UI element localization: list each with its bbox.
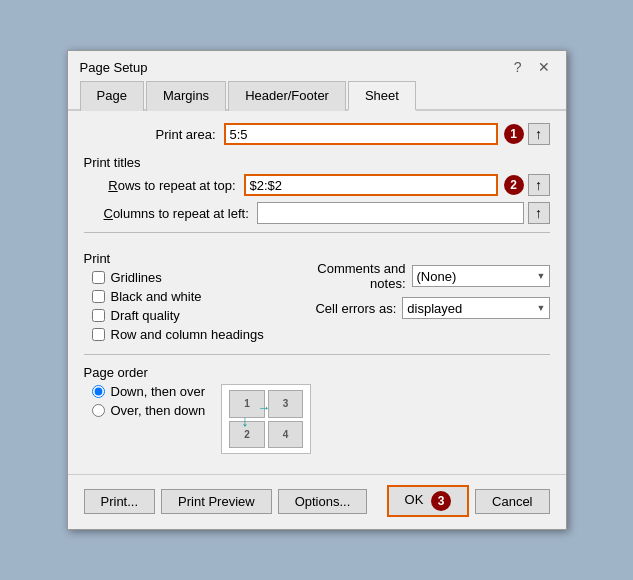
black-white-checkbox[interactable] [92, 290, 105, 303]
print-section: Print Gridlines Black and white Draft qu… [84, 241, 550, 346]
print-area-row: Print area: 1 ↑ [84, 123, 550, 145]
page-order-content: Down, then over Over, then down 1 3 2 [84, 384, 550, 454]
row-col-headings-checkbox[interactable] [92, 328, 105, 341]
rows-repeat-input[interactable] [244, 174, 498, 196]
comments-select-wrap: (None) At end of sheet As displayed on s… [412, 265, 550, 287]
badge-2: 2 [504, 175, 524, 195]
tab-sheet[interactable]: Sheet [348, 81, 416, 111]
print-section-label: Print [84, 251, 275, 266]
cols-repeat-row: Columns to repeat at left: ↑ [104, 202, 550, 224]
tab-margins[interactable]: Margins [146, 81, 226, 111]
rows-repeat-collapse-btn[interactable]: ↑ [528, 174, 550, 196]
dialog-title: Page Setup [80, 60, 148, 75]
bottom-buttons-area: Print... Print Preview Options... OK 3 C… [68, 474, 566, 529]
print-area-input-wrap: 1 ↑ [224, 123, 550, 145]
over-then-down-row: Over, then down [92, 403, 206, 418]
down-then-over-row: Down, then over [92, 384, 206, 399]
rows-repeat-input-wrap: 2 ↑ [244, 174, 550, 196]
tab-headerfooter[interactable]: Header/Footer [228, 81, 346, 111]
down-then-over-radio[interactable] [92, 385, 105, 398]
close-button[interactable]: ✕ [534, 59, 554, 75]
print-titles-label: Print titles [84, 155, 550, 170]
ok-button[interactable]: OK 3 [387, 485, 469, 517]
over-then-down-label: Over, then down [111, 403, 206, 418]
left-action-buttons: Print... Print Preview Options... [84, 489, 368, 514]
badge-1: 1 [504, 124, 524, 144]
right-action-buttons: OK 3 Cancel [387, 485, 550, 517]
cell-errors-select-wrap: displayed #N/A -- blank [402, 297, 549, 319]
page-setup-dialog: Page Setup ? ✕ Page Margins Header/Foote… [67, 50, 567, 530]
print-area-collapse-btn[interactable]: ↑ [528, 123, 550, 145]
rows-repeat-label: Rows to repeat at top: [104, 178, 244, 193]
page-order-diagram: 1 3 2 4 → ↓ [221, 384, 311, 454]
cols-repeat-label: Columns to repeat at left: [104, 206, 257, 221]
gridlines-label: Gridlines [111, 270, 162, 285]
cols-repeat-input-wrap: ↑ [257, 202, 550, 224]
print-area-input[interactable] [224, 123, 498, 145]
over-then-down-radio[interactable] [92, 404, 105, 417]
tab-bar: Page Margins Header/Footer Sheet [68, 79, 566, 111]
print-titles-section: Print titles Rows to repeat at top: 2 ↑ … [84, 155, 550, 224]
draft-quality-label: Draft quality [111, 308, 180, 323]
title-controls: ? ✕ [510, 59, 554, 75]
cancel-button[interactable]: Cancel [475, 489, 549, 514]
black-white-label: Black and white [111, 289, 202, 304]
cols-repeat-input[interactable] [257, 202, 524, 224]
tab-page[interactable]: Page [80, 81, 144, 111]
rows-repeat-row: Rows to repeat at top: 2 ↑ [104, 174, 550, 196]
cols-repeat-collapse-btn[interactable]: ↑ [528, 202, 550, 224]
row-col-headings-row: Row and column headings [92, 327, 275, 342]
options-button[interactable]: Options... [278, 489, 368, 514]
cell-errors-select[interactable]: displayed #N/A -- blank [402, 297, 549, 319]
print-preview-button[interactable]: Print Preview [161, 489, 272, 514]
radio-options: Down, then over Over, then down [84, 384, 206, 422]
comments-label: Comments and notes: [282, 261, 411, 291]
draft-quality-row: Draft quality [92, 308, 275, 323]
gridlines-row: Gridlines [92, 270, 275, 285]
comments-row: Comments and notes: (None) At end of she… [282, 261, 549, 291]
print-button[interactable]: Print... [84, 489, 156, 514]
down-then-over-label: Down, then over [111, 384, 206, 399]
badge-3: 3 [431, 491, 451, 511]
cell-errors-row: Cell errors as: displayed #N/A -- blank [282, 297, 549, 319]
print-selects: Comments and notes: (None) At end of she… [282, 241, 549, 346]
page-order-label: Page order [84, 365, 550, 380]
print-checkboxes: Print Gridlines Black and white Draft qu… [84, 241, 275, 346]
comments-select[interactable]: (None) At end of sheet As displayed on s… [412, 265, 550, 287]
help-button[interactable]: ? [510, 59, 526, 75]
draft-quality-checkbox[interactable] [92, 309, 105, 322]
black-white-row: Black and white [92, 289, 275, 304]
print-area-label: Print area: [84, 127, 224, 142]
title-bar: Page Setup ? ✕ [68, 51, 566, 79]
dialog-content: Print area: 1 ↑ Print titles Rows to rep… [68, 111, 566, 466]
page-order-section: Page order Down, then over Over, then do… [84, 365, 550, 454]
cell-errors-label: Cell errors as: [282, 301, 402, 316]
gridlines-checkbox[interactable] [92, 271, 105, 284]
row-col-headings-label: Row and column headings [111, 327, 264, 342]
